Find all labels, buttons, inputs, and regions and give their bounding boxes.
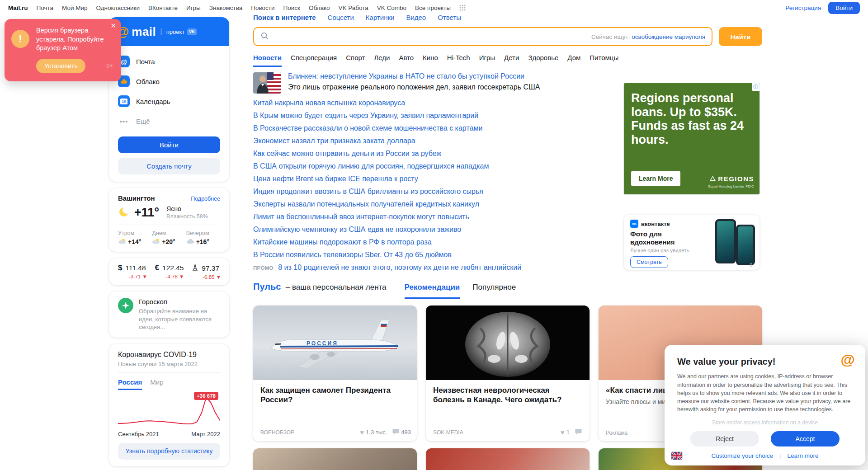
language-flag-icon[interactable] bbox=[671, 451, 683, 460]
sidebar-item-mail[interactable]: @ Почта bbox=[118, 52, 220, 71]
comment-icon[interactable] bbox=[575, 428, 582, 436]
topnav-item-vk-combo[interactable]: VK Combo bbox=[377, 5, 406, 11]
like-icon[interactable]: ♥ bbox=[561, 429, 565, 436]
calendar-app-icon: 16 bbox=[118, 95, 130, 107]
tab-kino[interactable]: Кино bbox=[423, 54, 438, 67]
news-headline[interactable]: Индия продолжит ввозить в США бриллианты… bbox=[253, 185, 628, 198]
card-source[interactable]: ВОЕНОБЗОР bbox=[260, 429, 294, 436]
tab-dom[interactable]: Дом bbox=[567, 54, 580, 67]
pulse-card-brain[interactable]: Неизвестная неврологическая болезнь в Ка… bbox=[426, 306, 590, 441]
sidebar-item-cloud[interactable]: Облако bbox=[118, 71, 220, 91]
news-headline[interactable]: Экономист назвал три признака заката дол… bbox=[253, 135, 628, 147]
pulse-tab-popular[interactable]: Популярное bbox=[472, 283, 516, 298]
currency-widget[interactable]: $ 111.48 -3.71 ▼ € 122.45 -4.78 ▼ 97.37 bbox=[109, 258, 229, 285]
news-headline[interactable]: В России появились телевизоры Sber. От 4… bbox=[253, 249, 628, 261]
topnav-item-pochta[interactable]: Почта bbox=[37, 5, 54, 11]
news-headline[interactable]: Олимпийскую чемпионку из США едва не пох… bbox=[253, 223, 628, 236]
card-title[interactable]: Как защищен самолет Президента России? bbox=[260, 385, 410, 405]
search-button[interactable]: Найти bbox=[719, 27, 762, 46]
topnav-item-vse-proekty[interactable]: Все проекты bbox=[415, 5, 451, 11]
news-headline[interactable]: В США открыли горячую линию для россиян,… bbox=[253, 160, 628, 173]
topnav-item-igry[interactable]: Игры bbox=[186, 5, 201, 11]
trending-query-link[interactable]: освобождение мариуполя bbox=[632, 33, 705, 40]
like-icon[interactable]: ♥ bbox=[360, 429, 364, 436]
topnav-item-vkontakte[interactable]: ВКонтакте bbox=[148, 5, 178, 11]
more-dots-icon: ••• bbox=[118, 115, 130, 127]
topnav-item-moy-mir[interactable]: Мой Мир bbox=[62, 5, 88, 11]
learn-more-button[interactable]: Learn More bbox=[631, 171, 680, 186]
topnav-item-odnoklassniki[interactable]: Одноклассники bbox=[96, 5, 140, 11]
covid-stats-button[interactable]: Узнать подробную статистику bbox=[118, 443, 220, 460]
covid-tab-russia[interactable]: Россия bbox=[118, 378, 142, 390]
tab-igry[interactable]: Игры bbox=[479, 54, 495, 67]
horoscope-widget[interactable]: Гороскоп Обращайте внимание на идеи, кот… bbox=[109, 291, 229, 338]
tab-ledi[interactable]: Леди bbox=[374, 54, 390, 67]
mail-logo-header[interactable]: @ mail | проект VK bbox=[109, 17, 229, 46]
news-headline[interactable]: Лимит на беспошлинный ввоз интернет-поку… bbox=[253, 211, 628, 223]
topnav-item-oblako[interactable]: Облако bbox=[309, 5, 330, 11]
news-headline[interactable]: Как сейчас можно отправить деньги из Рос… bbox=[253, 147, 628, 160]
mailru-brand-link[interactable]: Mail.ru bbox=[8, 5, 28, 11]
search-tab-internet[interactable]: Поиск в интернете bbox=[253, 14, 316, 21]
news-headline[interactable]: Эксперты назвали потенциальных получател… bbox=[253, 198, 628, 211]
tab-novosti[interactable]: Новости bbox=[253, 54, 282, 67]
sidebar-login-button[interactable]: Войти bbox=[118, 136, 220, 153]
sidebar-item-more[interactable]: ••• Ещё bbox=[118, 111, 220, 131]
card-title[interactable]: Неизвестная неврологическая болезнь в Ка… bbox=[433, 385, 582, 405]
registration-link[interactable]: Регистрация bbox=[785, 5, 821, 11]
search-tab-otvety[interactable]: Ответы bbox=[438, 14, 461, 21]
topnav-login-button[interactable]: Войти bbox=[828, 2, 860, 14]
close-icon[interactable]: ✕ bbox=[110, 22, 116, 29]
regions-ad-banner[interactable]: ⓘ Regions personal loans. Up to $35K. Fu… bbox=[624, 83, 760, 194]
topnav-item-znakomstva[interactable]: Знакомства bbox=[209, 5, 242, 11]
pulse-tab-recommendations[interactable]: Рекомендации bbox=[405, 283, 460, 299]
apps-grid-icon[interactable] bbox=[459, 5, 466, 11]
lead-story-image bbox=[253, 72, 281, 94]
comment-icon[interactable] bbox=[392, 428, 399, 436]
reject-button[interactable]: Reject bbox=[690, 431, 759, 446]
like-count: 1,3 тыс. bbox=[366, 429, 387, 436]
pulse-card[interactable] bbox=[253, 448, 417, 470]
create-mail-button[interactable]: Создать почту bbox=[118, 158, 220, 174]
tab-avto[interactable]: Авто bbox=[399, 54, 414, 67]
topnav-item-novosti[interactable]: Новости bbox=[251, 5, 274, 11]
warning-icon: ! bbox=[11, 30, 29, 48]
accept-button[interactable]: Accept bbox=[771, 431, 840, 446]
learn-more-link[interactable]: Learn more bbox=[788, 452, 819, 459]
news-headline[interactable]: В Роскачестве рассказали о новой схеме м… bbox=[253, 122, 628, 135]
vk-ad-card[interactable]: VK вконтакте Фото для вдохновения Лучше … bbox=[624, 215, 760, 270]
weather-more-link[interactable]: Подробнее bbox=[191, 196, 220, 202]
news-headline[interactable]: Китайские машины подорожают в РФ в полто… bbox=[253, 236, 628, 249]
tab-deti[interactable]: Дети bbox=[504, 54, 519, 67]
pulse-title[interactable]: Пульс bbox=[253, 282, 281, 291]
tab-zdorovye[interactable]: Здоровье bbox=[528, 54, 558, 67]
news-headline[interactable]: Китай накрыла новая вспышка коронавируса bbox=[253, 97, 628, 109]
comment-count: 493 bbox=[401, 429, 411, 436]
adchoices-icon[interactable]: ⓘ bbox=[752, 83, 760, 91]
topnav-item-poisk[interactable]: Поиск bbox=[283, 5, 300, 11]
search-tab-kartinki[interactable]: Картинки bbox=[366, 14, 395, 21]
sidebar-item-calendar[interactable]: 16 Календарь bbox=[118, 91, 220, 111]
lead-story[interactable]: Блинкен: невступление Украины в НАТО не … bbox=[253, 72, 628, 94]
search-input[interactable]: Сейчас ищут: освобождение мариуполя bbox=[253, 27, 712, 46]
topnav-item-vk-rabota[interactable]: VK Работа bbox=[338, 5, 368, 11]
pulse-card[interactable] bbox=[426, 448, 590, 470]
search-tab-socseti[interactable]: Соцсети bbox=[328, 14, 354, 21]
search-tab-video[interactable]: Видео bbox=[406, 14, 426, 21]
tab-sport[interactable]: Спорт bbox=[346, 54, 365, 67]
customize-choice-link[interactable]: Customize your choice bbox=[711, 452, 773, 459]
news-headline[interactable]: Цена нефти Brent на бирже ICE перешла к … bbox=[253, 173, 628, 185]
tab-hitech[interactable]: Hi-Tech bbox=[447, 54, 470, 67]
cookie-purpose-row[interactable]: Store and/or access information on a dev… bbox=[677, 419, 853, 426]
lead-story-title[interactable]: Блинкен: невступление Украины в НАТО не … bbox=[288, 72, 540, 80]
pulse-card-plane[interactable]: РОССИЯ Как защищен самолет Президента Ро… bbox=[253, 306, 417, 441]
card-source[interactable]: SOK.MEDIA bbox=[433, 429, 463, 436]
covid-tab-world[interactable]: Мир bbox=[150, 378, 163, 390]
tab-specoperaciya[interactable]: Спецоперация bbox=[291, 54, 337, 67]
search-icon bbox=[260, 32, 269, 42]
promo-headline[interactable]: 8 из 10 родителей не знают этого, поэтом… bbox=[278, 263, 521, 271]
install-atom-button[interactable]: Установить bbox=[36, 59, 85, 73]
news-headline[interactable]: В Крым можно будет ездить через Украину,… bbox=[253, 109, 628, 122]
vk-ad-watch-button[interactable]: Смотреть bbox=[630, 256, 668, 268]
tab-pitomcy[interactable]: Питомцы bbox=[590, 54, 618, 67]
